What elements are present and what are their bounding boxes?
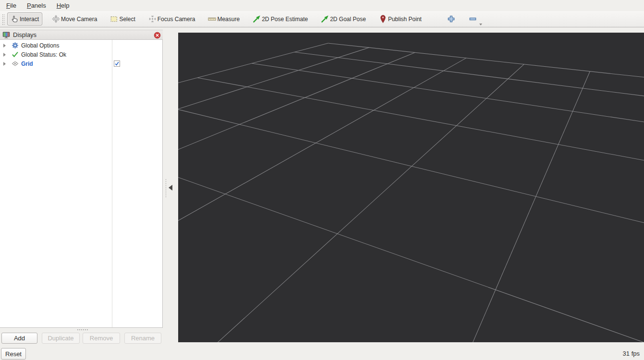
menu-item-panels[interactable]: Panels xyxy=(25,1,48,10)
grid-diamond-icon xyxy=(12,60,19,67)
hand-cursor-icon xyxy=(11,15,19,23)
toolbar-drag-handle[interactable] xyxy=(1,13,5,25)
tool-label: Move Camera xyxy=(61,16,97,23)
fps-counter: 31 fps xyxy=(623,350,640,357)
tree-column-divider xyxy=(112,40,112,327)
panel-splitter-handle[interactable] xyxy=(165,179,167,198)
displays-tree: Global OptionsGlobal Status: OkGrid xyxy=(0,40,163,328)
tool-2d-goal-pose[interactable]: 2D Goal Pose xyxy=(317,12,369,25)
display-row-label: Global Status: Ok xyxy=(21,51,66,58)
menu-item-file[interactable]: File xyxy=(5,1,18,10)
panel-resize-handle[interactable] xyxy=(77,329,88,331)
render-viewport[interactable] xyxy=(178,33,644,342)
tool-label: Focus Camera xyxy=(158,16,195,23)
rename-button: Rename xyxy=(124,333,161,344)
tool-publish-point[interactable]: Publish Point xyxy=(376,12,425,25)
tool-label: Interact xyxy=(20,16,39,23)
display-row-global-options[interactable]: Global Options xyxy=(0,41,162,50)
add-button[interactable]: Add xyxy=(1,333,37,344)
map-pin-icon xyxy=(379,15,387,23)
reset-button[interactable]: Reset xyxy=(1,348,26,360)
tool-label: 2D Pose Estimate xyxy=(262,16,308,23)
rviz-window: { "menu": { "items": [ {"label": "File",… xyxy=(0,0,644,360)
tool-interact[interactable]: Interact xyxy=(7,12,42,25)
displays-panel-header: Displays xyxy=(0,30,163,40)
duplicate-button: Duplicate xyxy=(42,333,80,344)
focus-arrows-icon xyxy=(148,15,157,23)
tool-focus-camera[interactable]: Focus Camera xyxy=(145,12,199,25)
displays-panel-buttons: AddDuplicateRemoveRename xyxy=(1,333,161,344)
dropdown-arrow-icon[interactable] xyxy=(479,24,482,25)
remove-button: Remove xyxy=(83,333,120,344)
plus-icon xyxy=(447,15,455,23)
close-icon[interactable] xyxy=(154,32,161,39)
menu-item-help[interactable]: Help xyxy=(55,1,71,10)
display-row-label: Grid xyxy=(21,60,33,67)
monitor-icon xyxy=(2,31,10,39)
add-tool-button[interactable] xyxy=(445,12,458,25)
tool-label: Measure xyxy=(217,16,240,23)
tool-label: Publish Point xyxy=(388,16,422,23)
minus-icon xyxy=(469,15,477,23)
enabled-checkbox[interactable] xyxy=(114,60,120,67)
toolbar-tools: InteractMove CameraSelectFocus CameraMea… xyxy=(7,12,486,25)
menu-bar: FilePanelsHelp xyxy=(0,0,644,11)
display-row-global-status-ok[interactable]: Global Status: Ok xyxy=(0,50,162,59)
selection-box-icon xyxy=(110,15,118,23)
display-row-label: Global Options xyxy=(21,42,59,49)
displays-panel-title: Displays xyxy=(13,31,36,38)
tool-move-camera[interactable]: Move Camera xyxy=(49,12,100,25)
check-icon xyxy=(12,51,19,58)
move-arrows-icon xyxy=(52,15,60,23)
tool-2d-pose-estimate[interactable]: 2D Pose Estimate xyxy=(249,12,311,25)
expand-arrow-icon[interactable] xyxy=(3,53,6,57)
toolbar: InteractMove CameraSelectFocus CameraMea… xyxy=(0,11,644,27)
gear-icon xyxy=(12,42,19,49)
panel-collapse-arrow-icon[interactable] xyxy=(169,185,172,191)
remove-tool-button[interactable] xyxy=(466,12,479,25)
ruler-icon xyxy=(208,15,216,23)
tool-measure[interactable]: Measure xyxy=(205,12,243,25)
expand-arrow-icon[interactable] xyxy=(3,62,6,66)
display-row-grid[interactable]: Grid xyxy=(0,59,162,68)
tool-select[interactable]: Select xyxy=(107,12,138,25)
green-arrow-icon xyxy=(321,15,329,23)
tool-label: 2D Goal Pose xyxy=(330,16,366,23)
green-arrow-icon xyxy=(253,15,261,23)
expand-arrow-icon[interactable] xyxy=(3,44,6,48)
tool-label: Select xyxy=(119,16,135,23)
grid-3d xyxy=(178,33,644,342)
